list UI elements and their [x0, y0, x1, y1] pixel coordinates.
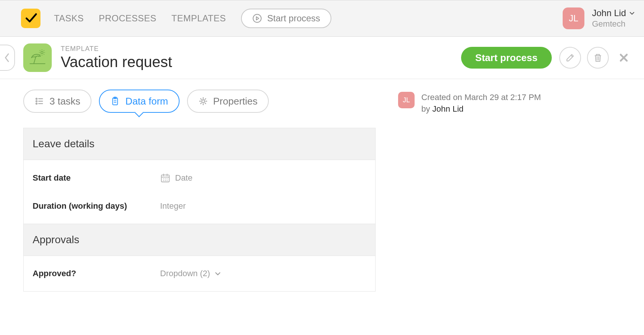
- beach-umbrella-icon: [28, 49, 46, 67]
- field-type: Dropdown (2): [160, 269, 221, 278]
- meta-column: JL Created on March 29 at 2:17 PM by Joh…: [398, 90, 629, 115]
- field-label: Start date: [33, 173, 160, 183]
- field-label: Duration (working days): [33, 201, 160, 211]
- tab-properties[interactable]: Properties: [187, 90, 269, 113]
- by-label: by: [421, 104, 432, 114]
- svg-line-10: [34, 56, 36, 64]
- calendar-icon: [160, 173, 171, 183]
- field-approved[interactable]: Approved? Dropdown (2): [33, 260, 366, 287]
- template-title: Vacation request: [61, 54, 172, 70]
- section-body-approvals: Approved? Dropdown (2): [24, 256, 375, 291]
- svg-point-32: [165, 180, 166, 181]
- svg-point-23: [202, 100, 205, 103]
- svg-line-6: [40, 50, 40, 51]
- nav-links: TASKS PROCESSES TEMPLATES: [54, 13, 226, 24]
- start-process-primary-button[interactable]: Start process: [461, 47, 552, 69]
- tab-properties-label: Properties: [213, 96, 258, 107]
- svg-point-1: [41, 51, 43, 54]
- svg-point-33: [167, 180, 168, 181]
- trash-icon: [593, 53, 603, 63]
- tab-tasks[interactable]: 3 tasks: [23, 90, 91, 113]
- creator-name: John Lid: [432, 104, 463, 114]
- chevron-left-icon: [4, 52, 10, 63]
- delete-button[interactable]: [587, 47, 609, 69]
- template-eyebrow: TEMPLATE: [61, 45, 172, 53]
- field-type: Integer: [160, 201, 186, 211]
- svg-point-15: [36, 103, 37, 104]
- form-panel: Leave details Start date: [23, 128, 376, 292]
- chevron-down-icon: [214, 270, 221, 277]
- field-type-label: Date: [175, 173, 192, 183]
- field-type-label: Integer: [160, 201, 186, 211]
- field-type-label: Dropdown (2): [160, 269, 210, 278]
- nav-processes[interactable]: PROCESSES: [99, 13, 156, 24]
- creator-avatar: JL: [398, 92, 415, 108]
- tabs-row: 3 tasks Data form Properties: [23, 90, 376, 113]
- user-org: Gemtech: [592, 19, 635, 29]
- content-area: 3 tasks Data form Properties: [0, 79, 644, 307]
- svg-point-13: [36, 98, 37, 99]
- pencil-icon: [565, 53, 575, 63]
- close-button[interactable]: [619, 52, 629, 63]
- field-duration[interactable]: Duration (working days) Integer: [33, 192, 366, 220]
- nav-templates[interactable]: TEMPLATES: [171, 13, 226, 24]
- app-logo[interactable]: [21, 9, 40, 28]
- field-label: Approved?: [33, 269, 160, 278]
- title-column: TEMPLATE Vacation request: [61, 45, 172, 70]
- close-icon: [619, 52, 629, 63]
- clipboard-icon: [110, 96, 120, 106]
- nav-tasks[interactable]: TASKS: [54, 13, 84, 24]
- user-block: John Lid Gemtech: [592, 8, 635, 29]
- meta-text: Created on March 29 at 2:17 PM by John L…: [421, 92, 541, 115]
- chevron-down-icon: [629, 10, 635, 16]
- start-process-button[interactable]: Start process: [241, 9, 331, 28]
- tab-tasks-label: 3 tasks: [49, 96, 80, 107]
- left-column: 3 tasks Data form Properties: [23, 90, 376, 292]
- user-avatar[interactable]: JL: [563, 7, 584, 29]
- template-header: TEMPLATE Vacation request Start process: [0, 37, 644, 79]
- back-button[interactable]: [0, 45, 15, 71]
- section-body-leave-details: Start date: [24, 160, 375, 224]
- play-icon: [252, 13, 262, 23]
- svg-line-7: [44, 54, 45, 55]
- svg-point-30: [167, 178, 168, 179]
- svg-point-0: [253, 14, 261, 22]
- start-process-label: Start process: [267, 13, 320, 24]
- tab-data-form[interactable]: Data form: [99, 90, 179, 113]
- svg-line-8: [44, 50, 45, 51]
- tab-data-form-label: Data form: [125, 96, 168, 107]
- template-icon: [23, 43, 52, 72]
- list-icon: [34, 96, 44, 106]
- section-header-approvals: Approvals: [24, 224, 375, 256]
- created-on-text: Created on March 29 at 2:17 PM: [421, 92, 541, 103]
- checkmark-icon: [24, 12, 37, 25]
- svg-point-14: [36, 100, 37, 102]
- gear-icon: [198, 96, 208, 106]
- field-type: Date: [160, 173, 192, 183]
- user-menu-trigger[interactable]: John Lid: [592, 8, 635, 18]
- svg-point-29: [165, 178, 166, 179]
- svg-point-31: [163, 180, 164, 181]
- field-start-date[interactable]: Start date: [33, 164, 366, 192]
- user-name: John Lid: [592, 8, 626, 18]
- svg-point-28: [163, 178, 164, 179]
- top-nav: TASKS PROCESSES TEMPLATES Start process …: [0, 0, 644, 37]
- edit-button[interactable]: [559, 47, 581, 69]
- svg-line-9: [40, 54, 40, 55]
- section-header-leave-details: Leave details: [24, 128, 375, 160]
